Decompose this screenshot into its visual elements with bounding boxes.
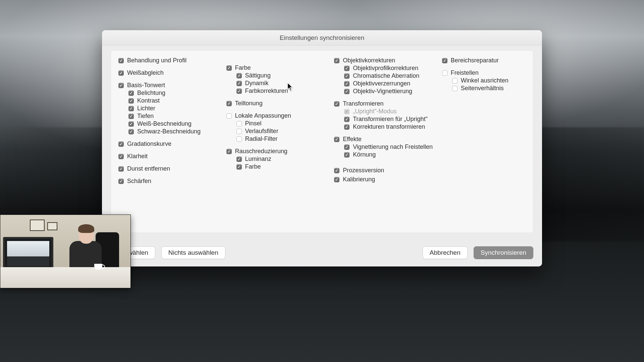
label-lens-vignette: Objektiv-Vignettierung — [353, 88, 412, 95]
checkbox-noise[interactable] — [226, 149, 232, 154]
checkbox-saturation[interactable] — [236, 73, 242, 78]
label-upright-mode: „Upright"-Modus — [353, 108, 396, 115]
label-dehaze: Dunst entfernen — [127, 165, 170, 172]
checkbox-exposure[interactable] — [128, 90, 134, 96]
select-none-label: Nichts auswählen — [168, 249, 218, 256]
cancel-label: Abbrechen — [430, 249, 461, 256]
label-color: Farbe — [235, 64, 251, 71]
label-crop: Freistellen — [451, 69, 479, 76]
checkbox-lens-vignette[interactable] — [344, 89, 350, 94]
column-1: Behandlung und Profil Weißabgleich Basis… — [118, 57, 223, 190]
label-vibrance: Dynamik — [245, 80, 269, 87]
checkbox-lens-profile[interactable] — [344, 66, 350, 71]
checkbox-transform-upright[interactable] — [344, 117, 350, 122]
webcam-overlay — [0, 215, 131, 288]
checkbox-radial[interactable] — [236, 136, 242, 142]
checkbox-noise-luminance[interactable] — [236, 157, 242, 162]
checkbox-grain[interactable] — [344, 152, 350, 158]
checkbox-brush[interactable] — [236, 121, 242, 126]
dialog-button-row: auswählen Nichts auswählen Abbrechen Syn… — [111, 246, 533, 260]
checkbox-tone-curve[interactable] — [118, 141, 124, 147]
label-straighten: Winkel ausrichten — [461, 77, 508, 84]
checkbox-local-adjust[interactable] — [226, 113, 232, 119]
checkbox-distortion[interactable] — [344, 81, 350, 86]
checkbox-basic-tone[interactable] — [118, 83, 124, 88]
label-tone-curve: Gradationskurve — [127, 140, 171, 147]
label-white-balance: Weißabgleich — [127, 69, 164, 76]
label-local-adjust: Lokale Anpassungen — [235, 112, 291, 119]
checkbox-post-crop-vignette[interactable] — [344, 144, 350, 150]
label-process-version: Prozessversion — [343, 167, 384, 174]
checkbox-black-clip[interactable] — [128, 129, 134, 134]
cancel-button[interactable]: Abbrechen — [423, 246, 468, 259]
label-sharpen: Schärfen — [127, 178, 151, 185]
sync-settings-dialog: Einstellungen synchronisieren Behandlung… — [102, 30, 542, 266]
label-transform: Transformieren — [343, 100, 383, 107]
checkbox-sharpen[interactable] — [118, 179, 124, 184]
column-2: Farbe Sättigung Dynamik Farbkorrekturen … — [226, 57, 331, 190]
label-noise-luminance: Luminanz — [245, 156, 271, 163]
label-noise: Rauschreduzierung — [235, 148, 287, 155]
checkbox-shadows[interactable] — [128, 114, 134, 119]
checkbox-straighten[interactable] — [452, 78, 458, 83]
label-color-adjust: Farbkorrekturen — [245, 87, 288, 95]
checkbox-white-clip[interactable] — [128, 121, 134, 127]
checkbox-treatment-profile[interactable] — [118, 58, 124, 63]
label-noise-color: Farbe — [245, 163, 261, 170]
label-aspect: Seitenverhältnis — [461, 85, 504, 92]
checkbox-transform[interactable] — [334, 101, 339, 107]
select-none-button[interactable]: Nichts auswählen — [161, 246, 225, 259]
label-lens-profile: Objektivprofilkorrekturen — [353, 65, 418, 72]
label-calibration: Kalibrierung — [343, 176, 375, 183]
label-transform-corr: Korrekturen transformieren — [353, 123, 425, 130]
checkbox-lens[interactable] — [334, 58, 339, 63]
label-brush: Pinsel — [245, 120, 262, 127]
label-lens: Objektivkorrekturen — [343, 57, 395, 64]
checkbox-white-balance[interactable] — [118, 70, 124, 76]
checkbox-vibrance[interactable] — [236, 81, 242, 86]
checkbox-noise-color[interactable] — [236, 164, 242, 170]
checkbox-split-toning[interactable] — [226, 101, 232, 106]
label-split-toning: Teiltonung — [235, 100, 263, 107]
checkbox-upright-mode — [344, 109, 350, 114]
label-highlights: Lichter — [137, 105, 155, 112]
label-effects: Effekte — [343, 136, 362, 143]
label-clarity: Klarheit — [127, 153, 148, 160]
label-contrast: Kontrast — [137, 97, 160, 104]
checkbox-highlights[interactable] — [128, 106, 134, 111]
label-gradient: Verlaufsfilter — [245, 128, 278, 135]
column-3: Objektivkorrekturen Objektivprofilkorrek… — [334, 57, 439, 190]
dialog-titlebar: Einstellungen synchronisieren — [102, 30, 542, 46]
label-chromatic: Chromatische Aberration — [353, 72, 419, 79]
checkbox-calibration[interactable] — [334, 177, 339, 182]
checkbox-effects[interactable] — [334, 137, 339, 142]
synchronize-label: Synchronisieren — [481, 249, 526, 256]
synchronize-button[interactable]: Synchronisieren — [474, 246, 533, 259]
checkbox-transform-corr[interactable] — [344, 124, 350, 130]
column-4: Bereichsreparatur Freistellen Winkel aus… — [442, 57, 526, 190]
checkbox-spot-removal[interactable] — [442, 58, 447, 63]
label-spot-removal: Bereichsreparatur — [451, 57, 499, 64]
dialog-title: Einstellungen synchronisieren — [280, 34, 364, 42]
checkbox-chromatic[interactable] — [344, 73, 350, 79]
label-white-clip: Weiß-Beschneidung — [137, 120, 192, 127]
checkbox-color[interactable] — [226, 65, 232, 71]
checkbox-crop[interactable] — [442, 70, 447, 76]
label-saturation: Sättigung — [245, 72, 271, 79]
checkbox-clarity[interactable] — [118, 154, 124, 159]
label-shadows: Tiefen — [137, 113, 154, 120]
label-radial: Radial-Filter — [245, 135, 278, 142]
checkbox-color-adjust[interactable] — [236, 88, 242, 94]
checkbox-aspect[interactable] — [452, 86, 458, 91]
options-panel: Behandlung und Profil Weißabgleich Basis… — [111, 50, 533, 233]
checkbox-process-version[interactable] — [334, 168, 339, 173]
label-post-crop-vignette: Vignettierung nach Freistellen — [353, 143, 433, 150]
checkbox-dehaze[interactable] — [118, 166, 124, 172]
label-exposure: Belichtung — [137, 89, 165, 97]
label-treatment-profile: Behandlung und Profil — [127, 57, 186, 64]
checkbox-contrast[interactable] — [128, 98, 134, 104]
label-distortion: Objektivverzerrungen — [353, 80, 410, 87]
label-basic-tone: Basis-Tonwert — [127, 82, 165, 89]
label-transform-upright: Transformieren für „Upright" — [353, 116, 428, 123]
checkbox-gradient[interactable] — [236, 129, 242, 134]
